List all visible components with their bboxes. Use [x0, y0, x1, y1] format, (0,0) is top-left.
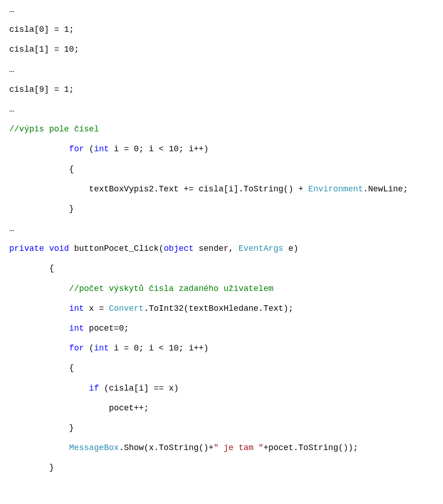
code-text: }: [9, 463, 54, 472]
code-text: [9, 443, 69, 452]
code-line: cisla[1] = 10;: [9, 40, 434, 59]
code-line: {: [9, 160, 434, 179]
keyword: int: [94, 144, 109, 154]
code-line: int x = Convert.ToInt32(textBoxHledane.T…: [9, 299, 434, 319]
keyword: int: [69, 324, 84, 333]
code-text: …: [9, 5, 14, 14]
code-line: …: [9, 100, 434, 119]
code-line: cisla[0] = 1;: [9, 20, 434, 40]
code-text: .Show(x.ToString()+: [119, 443, 214, 452]
code-text: +pocet.ToString());: [263, 443, 358, 452]
code-text: i = 0; i < 10; i++): [109, 344, 209, 353]
code-line: }: [9, 199, 434, 219]
code-text: .ToInt32(textBoxHledane.Text);: [144, 304, 293, 313]
code-line: int pocet=0;: [9, 319, 434, 338]
code-line: …: [9, 219, 434, 239]
code-line: textBoxVypis2.Text += cisla[i].ToString(…: [9, 179, 434, 199]
code-text: textBoxVypis2.Text += cisla[i].ToString(…: [9, 184, 308, 194]
code-text: cisla[9] = 1;: [9, 85, 74, 94]
code-text: [9, 324, 69, 333]
code-text: i = 0; i < 10; i++): [109, 144, 209, 154]
code-text: …: [9, 65, 14, 74]
code-text: buttonPocet_Click(: [69, 244, 164, 253]
string: " je tam ": [214, 443, 263, 452]
type: Convert: [109, 304, 144, 313]
code-line: pocet++;: [9, 398, 434, 418]
keyword: private: [9, 244, 44, 253]
code-text: (: [84, 344, 94, 353]
code-text: {: [9, 165, 74, 174]
keyword: object: [164, 244, 194, 253]
code-text: {: [9, 363, 74, 373]
comment: //počet výskytů čísla zadaného uživatele…: [9, 284, 274, 293]
code-line: …: [9, 60, 434, 80]
code-text: pocet=0;: [84, 324, 129, 333]
code-text: x =: [84, 304, 109, 313]
comment: //výpis pole čísel: [9, 125, 99, 134]
code-line: {: [9, 358, 434, 378]
keyword: if: [89, 384, 99, 393]
code-text: [9, 384, 89, 393]
code-text: pocet++;: [9, 403, 149, 413]
code-line: private void buttonPocet_Click(object se…: [9, 239, 434, 259]
code-text: …: [9, 224, 14, 233]
code-text: }: [9, 423, 74, 433]
code-text: cisla[0] = 1;: [9, 25, 74, 34]
code-line: for (int i = 0; i < 10; i++): [9, 139, 434, 159]
code-line: }: [9, 458, 434, 478]
code-text: }: [9, 204, 74, 213]
keyword: for: [9, 144, 84, 154]
code-line: MessageBox.Show(x.ToString()+" je tam "+…: [9, 438, 434, 458]
code-document: … cisla[0] = 1; cisla[1] = 10; … cisla[9…: [0, 0, 443, 497]
code-text: .NewLine;: [363, 184, 408, 194]
type: EventArgs: [239, 244, 283, 253]
keyword: int: [94, 344, 109, 353]
code-line: {: [9, 259, 434, 279]
keyword: void: [49, 244, 69, 253]
code-text: (cisla[i] == x): [99, 384, 179, 393]
keyword: int: [69, 304, 84, 313]
code-text: [44, 244, 49, 253]
code-text: …: [9, 105, 14, 114]
type: MessageBox: [69, 443, 119, 452]
code-text: [9, 344, 69, 353]
keyword: for: [69, 344, 84, 353]
code-line: …: [9, 0, 434, 20]
code-line: if (cisla[i] == x): [9, 379, 434, 398]
code-line: cisla[9] = 1;: [9, 80, 434, 100]
code-text: cisla[1] = 10;: [9, 45, 79, 54]
code-text: {: [9, 264, 54, 273]
code-line: for (int i = 0; i < 10; i++): [9, 338, 434, 358]
code-text: sender,: [194, 244, 239, 253]
code-line: }: [9, 418, 434, 438]
code-text: [9, 304, 69, 313]
code-text: (: [84, 144, 94, 154]
code-text: e): [283, 244, 298, 253]
type: Environment: [308, 184, 363, 194]
code-line: //počet výskytů čísla zadaného uživatele…: [9, 279, 434, 299]
code-line: //výpis pole čísel: [9, 119, 434, 139]
